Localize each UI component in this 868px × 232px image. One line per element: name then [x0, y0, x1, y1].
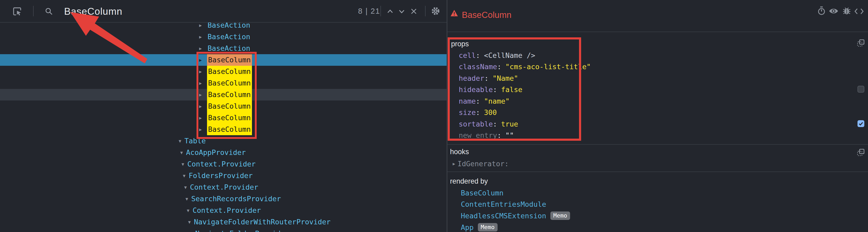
- prop-key: name: [459, 97, 476, 105]
- prop-value[interactable]: "cms-aco-list-title": [505, 63, 591, 71]
- owner-link[interactable]: HeadlessCMSExtension: [461, 212, 546, 220]
- eye-inspect-dom-icon[interactable]: [829, 7, 839, 15]
- chevron-right-icon[interactable]: ▸: [199, 124, 202, 135]
- tree-row-hovered[interactable]: ▸ BaseColumn: [0, 89, 446, 100]
- component-tree: ▸ BaseAction ▸ BaseAction ▸ BaseAction ▸…: [0, 23, 446, 232]
- tree-row[interactable]: ▸ BaseAction: [0, 42, 446, 54]
- component-name: BaseColumn: [207, 100, 252, 112]
- prop-row[interactable]: name: "name": [459, 96, 510, 106]
- chevron-down-icon[interactable]: ▾: [182, 158, 184, 170]
- chevron-down-icon[interactable]: ▾: [183, 170, 185, 181]
- tree-row[interactable]: ▸ BaseColumn: [0, 124, 446, 135]
- toolbar-divider: [425, 6, 426, 16]
- settings-gear-icon[interactable]: [431, 6, 440, 16]
- tree-row-selected[interactable]: ▸ BaseColumn: [0, 54, 446, 66]
- next-result-chevron-down-icon[interactable]: [398, 8, 406, 15]
- prop-value[interactable]: true: [501, 120, 518, 128]
- chevron-right-icon[interactable]: ▸: [199, 77, 202, 89]
- hooks-section-label: hooks: [450, 148, 469, 156]
- chevron-right-icon[interactable]: ▸: [199, 54, 202, 66]
- tree-row[interactable]: ▾ SearchRecordsProvider: [0, 193, 446, 205]
- chevron-right-icon[interactable]: ▸: [199, 23, 202, 31]
- memo-badge: Memo: [550, 211, 570, 220]
- hook-row[interactable]: ▸ IdGenerator:: [453, 159, 509, 168]
- tree-row[interactable]: ▾ AcoAppProvider: [0, 147, 446, 158]
- owner-link[interactable]: App: [461, 223, 474, 231]
- copy-hooks-icon[interactable]: [857, 148, 865, 156]
- chevron-down-icon[interactable]: ▾: [188, 216, 191, 228]
- bug-log-icon[interactable]: [842, 6, 851, 15]
- panel-divider[interactable]: [446, 0, 447, 232]
- chevron-down-icon[interactable]: ▾: [184, 181, 187, 193]
- chevron-right-icon[interactable]: ▸: [199, 66, 202, 77]
- prop-key[interactable]: new entry: [459, 131, 497, 139]
- rendered-by-section-label: rendered by: [450, 177, 488, 185]
- prop-row[interactable]: className: "cms-aco-list-title": [459, 62, 591, 71]
- element-picker-icon[interactable]: [12, 7, 23, 17]
- stopwatch-suspend-icon[interactable]: [817, 6, 826, 16]
- tree-row[interactable]: ▾ Context.Provider: [0, 158, 446, 170]
- chevron-right-icon[interactable]: ▸: [199, 100, 202, 112]
- react-devtools-components-panel: BaseColumn 8 | 21 ▸ BaseAction ▸ BaseAct: [0, 0, 868, 232]
- tree-row[interactable]: ▾ Table: [0, 135, 446, 147]
- component-name: BaseColumn: [207, 66, 252, 77]
- selected-component-title: BaseColumn: [462, 10, 512, 20]
- chevron-right-icon[interactable]: ▸: [199, 89, 202, 100]
- prop-value[interactable]: <CellName />: [484, 51, 535, 59]
- chevron-down-icon[interactable]: ▾: [189, 228, 192, 232]
- warning-triangle-icon: [450, 9, 458, 17]
- tree-row[interactable]: ▾ FoldersProvider: [0, 170, 446, 181]
- tree-row[interactable]: ▸ BaseColumn: [0, 100, 446, 112]
- tree-row[interactable]: ▾ NavigateFolderWithRouterProvider: [0, 216, 446, 228]
- prop-row[interactable]: size: 300: [459, 108, 497, 117]
- prop-value[interactable]: "name": [484, 97, 510, 105]
- section-border: [447, 172, 868, 172]
- chevron-down-icon[interactable]: ▾: [187, 205, 189, 216]
- clear-search-close-icon[interactable]: [410, 7, 418, 15]
- prev-result-chevron-up-icon[interactable]: [386, 8, 394, 14]
- chevron-down-icon[interactable]: ▾: [180, 147, 183, 158]
- rendered-by-item[interactable]: BaseColumn: [461, 188, 504, 198]
- props-section-label: props: [451, 40, 469, 48]
- prop-value[interactable]: 300: [484, 108, 497, 117]
- tree-row[interactable]: ▾ NavigateFolderProvider: [0, 228, 446, 232]
- component-name: Context.Provider: [187, 158, 256, 170]
- prop-row[interactable]: cell: <CellName />: [459, 51, 535, 60]
- owner-link[interactable]: ContentEntriesModule: [461, 200, 546, 208]
- view-source-code-icon[interactable]: [854, 8, 864, 15]
- copy-props-icon[interactable]: [857, 39, 865, 47]
- chevron-right-icon[interactable]: ▸: [453, 161, 455, 167]
- prop-row-new-entry[interactable]: new entry: "": [459, 130, 514, 140]
- tree-row[interactable]: ▸ BaseColumn: [0, 77, 446, 89]
- rendered-by-item[interactable]: HeadlessCMSExtension Memo: [461, 211, 570, 221]
- tree-row[interactable]: ▸ BaseAction: [0, 31, 446, 42]
- tree-row[interactable]: ▾ Context.Provider: [0, 205, 446, 216]
- prop-row[interactable]: header: "Name": [459, 74, 518, 83]
- prop-value[interactable]: false: [501, 86, 522, 94]
- hideable-checkbox[interactable]: [858, 86, 864, 93]
- prop-row[interactable]: sortable: true: [459, 119, 518, 128]
- tree-row[interactable]: ▾ Context.Provider: [0, 181, 446, 193]
- tree-row[interactable]: ▸ BaseColumn: [0, 66, 446, 77]
- component-name: BaseColumn: [207, 77, 252, 89]
- chevron-right-icon[interactable]: ▸: [199, 112, 202, 124]
- rendered-by-item[interactable]: App Memo: [461, 222, 498, 232]
- sortable-checkbox[interactable]: [858, 120, 864, 127]
- owner-link[interactable]: BaseColumn: [461, 189, 504, 197]
- chevron-right-icon[interactable]: ▸: [199, 31, 202, 42]
- tree-row[interactable]: ▸ BaseColumn: [0, 112, 446, 124]
- chevron-down-icon[interactable]: ▾: [179, 135, 181, 147]
- chevron-right-icon[interactable]: ▸: [199, 42, 202, 54]
- prop-row[interactable]: hideable: false: [459, 85, 523, 94]
- toolbar-divider: [380, 6, 381, 16]
- component-name: BaseAction: [208, 42, 250, 54]
- component-name: BaseColumn: [207, 124, 252, 135]
- component-name: BaseColumn: [207, 112, 252, 124]
- prop-value[interactable]: "Name": [493, 74, 518, 82]
- chevron-down-icon[interactable]: ▾: [185, 193, 188, 205]
- component-name: NavigateFolderProvider: [195, 228, 289, 232]
- prop-value[interactable]: "": [505, 131, 514, 139]
- tree-row[interactable]: ▸ BaseAction: [0, 23, 446, 31]
- rendered-by-item[interactable]: ContentEntriesModule: [461, 199, 546, 209]
- search-input[interactable]: BaseColumn: [64, 6, 122, 17]
